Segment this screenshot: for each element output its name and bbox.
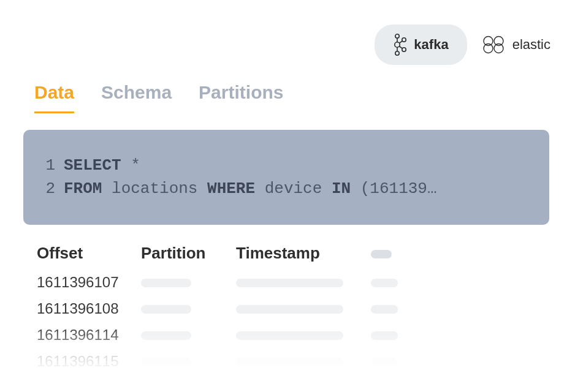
line-number: 2: [43, 178, 55, 201]
table-row[interactable]: 1611396114: [37, 326, 538, 344]
kafka-icon: [393, 33, 406, 56]
svg-point-12: [494, 44, 503, 53]
sql-keyword: IN: [332, 179, 351, 198]
code-line-1: 1 SELECT *: [43, 154, 530, 178]
table-row[interactable]: 1611396115: [37, 353, 538, 370]
sql-keyword: WHERE: [207, 179, 255, 198]
code-line-2: 2 FROM locations WHERE device IN (161139…: [43, 178, 530, 201]
cell-extra: [371, 300, 408, 317]
table-row[interactable]: 1611396117: [37, 379, 538, 392]
cell-offset: 1611396117: [37, 379, 141, 392]
cell-extra: [371, 274, 408, 291]
svg-line-7: [400, 41, 403, 43]
header-timestamp[interactable]: Timestamp: [236, 244, 371, 263]
sql-keyword: SELECT: [64, 156, 121, 175]
kafka-button[interactable]: kafka: [375, 24, 466, 65]
svg-point-10: [494, 37, 503, 46]
table-row[interactable]: 1611396107: [37, 274, 538, 291]
sql-keyword: FROM: [64, 179, 102, 198]
cell-partition: [141, 379, 236, 392]
svg-point-9: [484, 37, 493, 46]
svg-line-8: [400, 47, 403, 49]
svg-point-1: [395, 42, 400, 47]
cell-extra: [371, 353, 408, 370]
cell-timestamp: [236, 379, 371, 392]
tab-data[interactable]: Data: [34, 82, 74, 113]
cell-timestamp: [236, 353, 371, 370]
cell-partition: [141, 274, 236, 291]
sql-text: (161139…: [351, 179, 436, 198]
tabs: Data Schema Partitions: [34, 82, 283, 113]
line-number: 1: [43, 154, 55, 178]
elastic-label: elastic: [512, 37, 550, 53]
cell-timestamp: [236, 300, 371, 317]
connector-toggle: kafka elastic: [375, 24, 550, 65]
sql-text: locations: [102, 179, 207, 198]
svg-point-11: [484, 44, 493, 53]
tab-partitions[interactable]: Partitions: [199, 82, 283, 113]
header-partition[interactable]: Partition: [141, 244, 236, 263]
table-header: Offset Partition Timestamp: [37, 244, 538, 263]
table-row[interactable]: 1611396108: [37, 300, 538, 317]
cell-offset: 1611396114: [37, 326, 141, 344]
svg-point-4: [402, 48, 406, 51]
sql-text: *: [121, 156, 140, 175]
svg-point-2: [395, 51, 399, 55]
tab-schema[interactable]: Schema: [101, 82, 172, 113]
cell-extra: [371, 326, 408, 344]
svg-point-0: [395, 34, 399, 38]
cell-timestamp: [236, 274, 371, 291]
cell-timestamp: [236, 326, 371, 344]
elastic-icon: [482, 33, 505, 56]
cell-partition: [141, 353, 236, 370]
cell-extra: [371, 379, 408, 392]
results-table: Offset Partition Timestamp 1611396107 16…: [37, 244, 538, 392]
sql-text: device: [255, 179, 332, 198]
kafka-label: kafka: [414, 37, 448, 53]
header-extra: [371, 244, 408, 263]
cell-offset: 1611396108: [37, 300, 141, 317]
cell-offset: 1611396107: [37, 274, 141, 291]
svg-point-3: [402, 38, 406, 42]
cell-partition: [141, 326, 236, 344]
query-editor[interactable]: 1 SELECT * 2 FROM locations WHERE device…: [23, 130, 549, 225]
elastic-button[interactable]: elastic: [482, 33, 550, 56]
header-offset[interactable]: Offset: [37, 244, 141, 263]
cell-partition: [141, 300, 236, 317]
cell-offset: 1611396115: [37, 353, 141, 370]
